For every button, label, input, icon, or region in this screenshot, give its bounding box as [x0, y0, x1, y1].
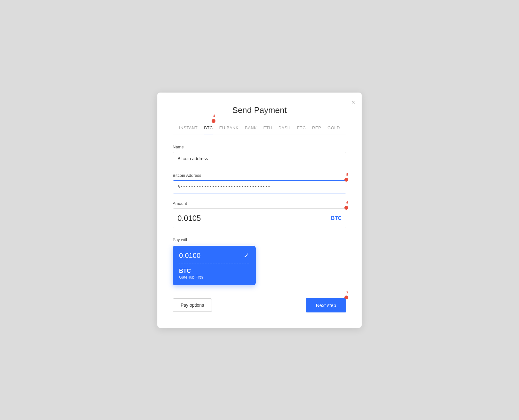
- tab-rep[interactable]: REP: [312, 125, 321, 134]
- pay-options-button[interactable]: Pay options: [173, 298, 212, 312]
- next-step-button[interactable]: Next step: [306, 298, 346, 312]
- wallet-card[interactable]: 0.0100 ✓ BTC GateHub Fifth: [173, 246, 256, 285]
- send-payment-modal: × Send Payment INSTANT BTC 4 EU BANK BAN…: [157, 93, 362, 328]
- tab-gold[interactable]: GOLD: [327, 125, 340, 134]
- wallet-currency: BTC: [179, 268, 249, 274]
- pay-with-label: Pay with: [173, 237, 346, 242]
- close-button[interactable]: ×: [351, 99, 355, 105]
- amount-value: 0.0105: [177, 214, 201, 223]
- tab-eu-bank[interactable]: EU BANK: [219, 125, 239, 134]
- modal-overlay: × Send Payment INSTANT BTC 4 EU BANK BAN…: [0, 0, 519, 420]
- wallet-balance: 0.0100: [179, 251, 200, 260]
- tab-bar: INSTANT BTC 4 EU BANK BANK ETH DASH ETC …: [173, 125, 346, 134]
- name-group: Name: [173, 145, 346, 165]
- wallet-check-icon: ✓: [244, 251, 249, 260]
- address-annotation: 5: [344, 178, 348, 182]
- amount-group: Amount 0.0105 BTC 6: [173, 201, 346, 228]
- name-label: Name: [173, 145, 346, 149]
- next-step-dot: [344, 296, 348, 299]
- tab-btc[interactable]: BTC 4: [204, 125, 213, 134]
- amount-input-wrapper: 0.0105 BTC: [173, 208, 346, 228]
- bitcoin-address-group: Bitcoin Address 5: [173, 173, 346, 193]
- amount-dot: [344, 206, 348, 210]
- wallet-card-top: 0.0100 ✓: [179, 251, 249, 264]
- tab-bank[interactable]: BANK: [245, 125, 257, 134]
- amount-annotation: 6: [344, 206, 348, 210]
- address-dot: [344, 178, 348, 182]
- amount-label: Amount: [173, 201, 346, 206]
- bitcoin-address-label: Bitcoin Address: [173, 173, 346, 178]
- tab-etc[interactable]: ETC: [297, 125, 306, 134]
- tab-btc-dot: [212, 119, 215, 123]
- tab-btc-label: BTC: [204, 125, 213, 130]
- tab-instant[interactable]: INSTANT: [179, 125, 198, 134]
- pay-with-section: Pay with 0.0100 ✓ BTC GateHub Fifth: [173, 237, 346, 285]
- footer-actions: Pay options Next step 7: [173, 298, 346, 312]
- wallet-name: GateHub Fifth: [179, 275, 249, 280]
- next-step-wrapper: Next step 7: [306, 298, 346, 312]
- tab-btc-badge: 4: [212, 119, 215, 123]
- amount-currency: BTC: [331, 215, 342, 221]
- next-step-annotation: 7: [344, 296, 348, 299]
- modal-title: Send Payment: [173, 105, 346, 115]
- bitcoin-address-input[interactable]: [173, 180, 346, 193]
- tab-eth[interactable]: ETH: [263, 125, 272, 134]
- name-input[interactable]: [173, 152, 346, 165]
- tab-dash[interactable]: DASH: [278, 125, 290, 134]
